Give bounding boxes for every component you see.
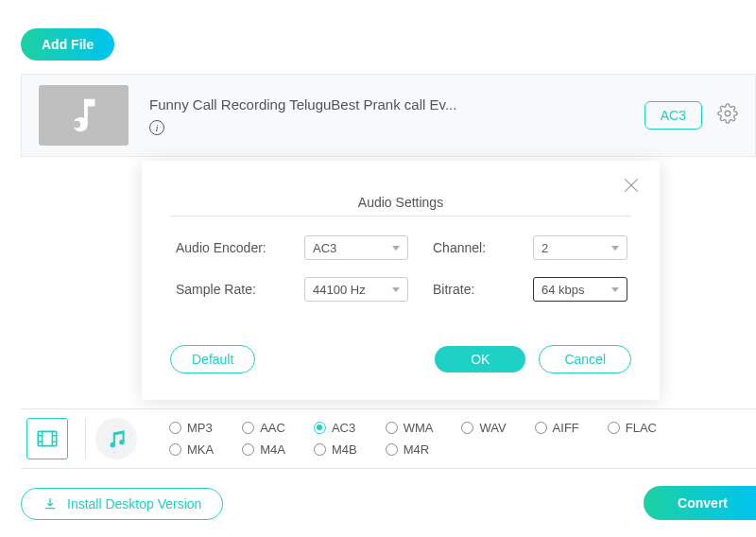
encoder-select[interactable]: AC3 [304, 235, 408, 260]
format-radio-mp3[interactable]: MP3 [169, 421, 214, 435]
cancel-button[interactable]: Cancel [539, 345, 631, 373]
bitrate-label: Bitrate: [433, 282, 508, 297]
ok-button[interactable]: OK [435, 346, 525, 372]
radio-label: MP3 [187, 421, 213, 435]
install-label: Install Desktop Version [67, 496, 201, 511]
radio-label: WMA [404, 421, 434, 435]
encoder-label: Audio Encoder: [176, 240, 280, 255]
modal-title: Audio Settings [170, 195, 631, 217]
chevron-down-icon [392, 287, 400, 292]
format-radio-flac[interactable]: FLAC [608, 421, 657, 435]
format-radio-m4a[interactable]: M4A [242, 442, 285, 457]
format-radio-mka[interactable]: MKA [169, 442, 214, 457]
install-button[interactable]: Install Desktop Version [21, 488, 223, 520]
radio-label: M4B [332, 442, 357, 457]
radio-label: M4R [404, 442, 429, 457]
radio-label: AC3 [332, 421, 355, 435]
settings-form: Audio Encoder: AC3 Channel: 2 Sample Rat… [176, 235, 631, 302]
convert-button[interactable]: Convert [644, 486, 756, 520]
svg-rect-1 [38, 431, 57, 445]
download-icon [43, 496, 58, 511]
gear-icon [717, 103, 738, 124]
music-icon [104, 426, 129, 451]
radio-icon [461, 422, 473, 434]
file-thumbnail [39, 85, 129, 146]
close-button[interactable] [622, 176, 641, 199]
format-radio-wav[interactable]: WAV [461, 421, 506, 435]
format-bar: MP3AACAC3WMAWAVAIFFFLACMKAM4AM4BM4R [21, 408, 756, 469]
radio-icon [242, 422, 254, 434]
radio-icon [386, 443, 398, 456]
format-radio-aac[interactable]: AAC [242, 421, 285, 435]
format-options: MP3AACAC3WMAWAVAIFFFLACMKAM4AM4BM4R [169, 421, 657, 457]
radio-label: AAC [260, 421, 285, 435]
settings-button[interactable] [717, 103, 738, 128]
format-radio-m4r[interactable]: M4R [386, 442, 434, 457]
format-badge[interactable]: AC3 [644, 101, 702, 130]
radio-label: M4A [260, 442, 285, 457]
file-info: Funny Call Recording TeluguBest Prank ca… [149, 96, 644, 135]
audio-settings-modal: Audio Settings Audio Encoder: AC3 Channe… [142, 161, 660, 400]
radio-icon [242, 443, 254, 456]
bitrate-select[interactable]: 64 kbps [533, 277, 627, 302]
chevron-down-icon [611, 287, 619, 292]
tab-separator [85, 418, 86, 459]
film-icon [35, 426, 60, 451]
chevron-down-icon [392, 246, 400, 251]
file-card: Funny Call Recording TeluguBest Prank ca… [21, 74, 756, 157]
channel-label: Channel: [433, 240, 508, 255]
radio-icon [169, 422, 181, 434]
sample-select[interactable]: 44100 Hz [304, 277, 408, 302]
format-radio-wma[interactable]: WMA [386, 421, 434, 435]
channel-value: 2 [541, 241, 548, 255]
format-radio-ac3[interactable]: AC3 [314, 421, 357, 435]
radio-icon [608, 422, 620, 434]
sample-value: 44100 Hz [313, 283, 366, 297]
tab-video[interactable] [26, 418, 68, 459]
add-file-button[interactable]: Add File [21, 28, 114, 61]
info-icon[interactable]: i [149, 120, 164, 135]
close-icon [622, 176, 641, 195]
radio-label: MKA [187, 442, 214, 457]
channel-select[interactable]: 2 [533, 235, 627, 260]
radio-icon [169, 443, 181, 456]
file-title: Funny Call Recording TeluguBest Prank ca… [149, 96, 644, 113]
radio-icon [314, 422, 326, 434]
radio-label: WAV [479, 421, 506, 435]
sample-label: Sample Rate: [176, 282, 280, 297]
chevron-down-icon [611, 246, 619, 251]
bitrate-value: 64 kbps [541, 283, 585, 297]
format-radio-aiff[interactable]: AIFF [535, 421, 579, 435]
encoder-value: AC3 [313, 241, 336, 255]
radio-icon [314, 443, 326, 456]
radio-label: AIFF [553, 421, 579, 435]
format-radio-m4b[interactable]: M4B [314, 442, 357, 457]
modal-buttons: Default OK Cancel [170, 345, 631, 373]
svg-point-0 [725, 111, 730, 116]
radio-icon [535, 422, 547, 434]
tab-audio[interactable] [95, 418, 137, 459]
radio-icon [386, 422, 398, 434]
radio-label: FLAC [626, 421, 657, 435]
music-note-icon [62, 94, 106, 137]
default-button[interactable]: Default [170, 345, 255, 373]
